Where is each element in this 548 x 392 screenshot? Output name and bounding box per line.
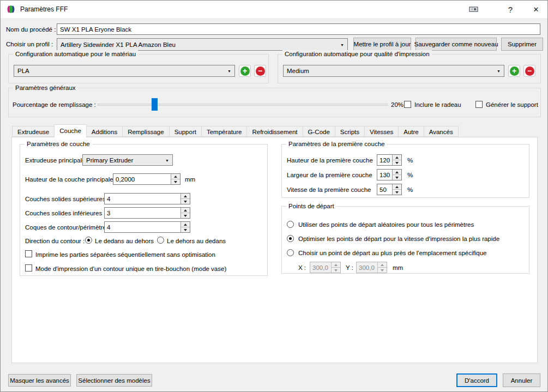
bottom-solid-layers-value[interactable]: 3 bbox=[107, 210, 110, 216]
first-layer-height-spinbox[interactable]: 120 bbox=[377, 154, 402, 166]
first-layer-title: Paramètres de la première couche bbox=[286, 140, 387, 148]
vase-mode-label[interactable]: Mode d'impression d'un contour unique en… bbox=[35, 265, 226, 273]
tab-gcode[interactable]: G-Code bbox=[303, 126, 335, 137]
cancel-button[interactable]: Annuler bbox=[503, 373, 540, 387]
spin-up-button[interactable] bbox=[181, 222, 190, 227]
layer-height-value[interactable]: 0,2000 bbox=[116, 176, 135, 183]
add-material-button[interactable]: + bbox=[239, 65, 251, 77]
tab-extrudeuse[interactable]: Extrudeuse bbox=[12, 126, 55, 137]
profile-select-value: Artillery Sidewinder X1 PLA Amazon Bleu bbox=[61, 41, 176, 48]
spin-down-button[interactable] bbox=[181, 199, 190, 204]
save-as-new-button[interactable]: Sauvegarder comme nouveau bbox=[415, 38, 497, 51]
bottom-solid-layers-spinbox[interactable]: 3 bbox=[104, 207, 190, 219]
spin-up-button[interactable] bbox=[181, 194, 190, 199]
spin-down-button[interactable] bbox=[181, 213, 190, 218]
spin-down-button[interactable] bbox=[181, 227, 190, 232]
top-solid-layers-value[interactable]: 4 bbox=[107, 196, 110, 202]
random-start-points-radio[interactable] bbox=[287, 221, 294, 228]
perimeter-shells-spinbox[interactable]: 4 bbox=[104, 221, 190, 233]
tab-support[interactable]: Support bbox=[169, 126, 202, 137]
process-name-input[interactable]: SW X1 PLA Eryone Black bbox=[57, 23, 540, 35]
inside-out-label[interactable]: Le dedans au dehors bbox=[95, 237, 154, 245]
first-layer-height-label: Hauteur de la première couche bbox=[287, 156, 373, 164]
random-start-points-label[interactable]: Utiliser des points de départ aléatoires… bbox=[298, 221, 474, 228]
spin-up-button[interactable] bbox=[393, 155, 401, 160]
optimize-start-points-radio[interactable] bbox=[287, 235, 294, 242]
plus-icon: + bbox=[240, 67, 250, 76]
tab-temperature[interactable]: Température bbox=[201, 126, 248, 137]
tab-avances[interactable]: Avancés bbox=[424, 126, 459, 137]
include-raft-checkbox[interactable] bbox=[404, 101, 411, 108]
spin-up-button[interactable] bbox=[393, 184, 401, 190]
spin-down-button bbox=[332, 268, 340, 273]
infill-slider-track[interactable] bbox=[98, 104, 388, 106]
remove-quality-button[interactable]: − bbox=[523, 65, 535, 77]
sequential-printing-label[interactable]: Imprime les parties séparées séquentiell… bbox=[35, 251, 215, 258]
spin-down-button[interactable] bbox=[393, 160, 401, 165]
first-layer-height-value[interactable]: 120 bbox=[380, 157, 390, 164]
material-select[interactable]: PLA ▼ bbox=[14, 65, 235, 77]
spin-up-button[interactable] bbox=[181, 208, 190, 213]
tab-remplissage[interactable]: Remplissage bbox=[122, 126, 169, 137]
first-layer-speed-value[interactable]: 50 bbox=[380, 186, 387, 193]
include-raft-label[interactable]: Inclure le radeau bbox=[414, 101, 461, 108]
spin-up-button bbox=[332, 262, 340, 268]
first-layer-height-unit: % bbox=[407, 156, 413, 164]
spin-down-button[interactable] bbox=[393, 175, 401, 180]
spin-up-button bbox=[378, 262, 387, 268]
outside-in-label[interactable]: Le dehors au dedans bbox=[167, 237, 226, 245]
perimeter-shells-value[interactable]: 4 bbox=[107, 224, 110, 231]
layer-height-label: Hauteur de la couche principale bbox=[25, 176, 113, 183]
help-button[interactable]: ? bbox=[501, 1, 520, 18]
spin-up-button[interactable] bbox=[171, 174, 180, 179]
specific-start-point-label[interactable]: Choisir un point de départ au plus près … bbox=[298, 249, 486, 257]
inside-out-radio[interactable] bbox=[85, 237, 92, 244]
tab-couche[interactable]: Couche bbox=[54, 124, 87, 138]
update-profile-button[interactable]: Mettre le profil à jour bbox=[353, 38, 411, 51]
plus-icon: + bbox=[510, 67, 519, 76]
optimize-start-points-label[interactable]: Optimiser les points de départ pour la v… bbox=[298, 235, 499, 243]
sequential-printing-checkbox[interactable] bbox=[25, 250, 32, 257]
first-layer-speed-spinbox[interactable]: 50 bbox=[377, 184, 402, 195]
generate-support-label[interactable]: Générer le support bbox=[486, 101, 538, 108]
primary-extruder-label: Extrudeuse principale bbox=[25, 156, 86, 164]
start-x-spinbox: 300,0 bbox=[310, 262, 341, 273]
spin-down-button bbox=[378, 268, 387, 273]
remove-material-button[interactable]: − bbox=[254, 65, 266, 77]
hide-advanced-button[interactable]: Masquer les avancés bbox=[8, 374, 71, 387]
add-quality-button[interactable]: + bbox=[508, 65, 520, 77]
start-y-value: 300,0 bbox=[359, 264, 375, 271]
start-xy-unit: mm bbox=[393, 264, 403, 272]
quality-select[interactable]: Medium ▼ bbox=[283, 65, 504, 77]
outside-in-radio[interactable] bbox=[157, 237, 164, 244]
delete-profile-button[interactable]: Supprimer bbox=[501, 38, 543, 51]
primary-extruder-select[interactable]: Primary Extruder ▼ bbox=[82, 154, 173, 166]
layer-height-unit: mm bbox=[185, 176, 195, 183]
material-select-value: PLA bbox=[17, 68, 29, 74]
profile-select[interactable]: Artillery Sidewinder X1 PLA Amazon Bleu … bbox=[57, 38, 348, 51]
tab-additions[interactable]: Additions bbox=[86, 126, 123, 137]
start-points-title: Points de départ bbox=[286, 202, 336, 210]
first-layer-width-spinbox[interactable]: 130 bbox=[377, 169, 402, 180]
spin-down-button[interactable] bbox=[171, 179, 180, 184]
perimeter-shells-label: Coques de contour/périmètre bbox=[25, 224, 106, 231]
vase-mode-checkbox[interactable] bbox=[25, 264, 32, 272]
ok-button[interactable]: D'accord bbox=[456, 373, 497, 387]
tab-scripts[interactable]: Scripts bbox=[335, 126, 365, 137]
spin-down-button[interactable] bbox=[393, 190, 401, 195]
tab-refroidissement[interactable]: Refroidissement bbox=[246, 126, 303, 137]
tab-autre[interactable]: Autre bbox=[398, 126, 424, 137]
app-logo-icon bbox=[7, 5, 15, 14]
infill-slider-handle[interactable] bbox=[152, 98, 158, 111]
first-layer-width-value[interactable]: 130 bbox=[380, 172, 390, 178]
generate-support-checkbox[interactable] bbox=[475, 101, 483, 108]
specific-start-point-radio[interactable] bbox=[287, 249, 294, 256]
select-models-button[interactable]: Sélectionner des modèles bbox=[76, 374, 152, 387]
settings-tabbar: Extrudeuse Couche Additions Remplissage … bbox=[12, 124, 458, 137]
layer-height-spinbox[interactable]: 0,2000 bbox=[113, 173, 180, 185]
top-solid-layers-spinbox[interactable]: 4 bbox=[104, 193, 190, 204]
close-button[interactable]: ✕ bbox=[525, 1, 547, 18]
keyboard-layout-icon[interactable] bbox=[465, 1, 483, 18]
spin-up-button[interactable] bbox=[393, 170, 401, 175]
tab-vitesses[interactable]: Vitesses bbox=[364, 126, 399, 137]
